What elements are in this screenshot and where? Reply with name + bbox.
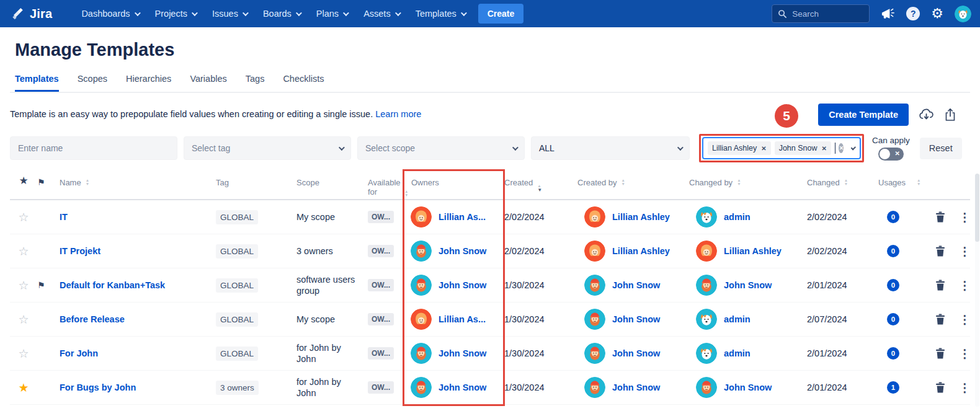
template-name-link[interactable]: IT <box>60 212 68 222</box>
nav-item-issues[interactable]: Issues <box>204 0 255 27</box>
user-name-link[interactable]: Lillian As... <box>439 212 486 222</box>
user-name-link[interactable]: admin <box>724 348 751 358</box>
global-create-button[interactable]: Create <box>478 4 524 24</box>
template-name-link[interactable]: IT Projekt <box>60 246 100 256</box>
learn-more-link[interactable]: Learn more <box>375 109 421 119</box>
more-actions-button[interactable]: ⋮ <box>959 348 971 360</box>
sort-icon[interactable]: ▲▼ <box>86 179 89 185</box>
delete-button[interactable] <box>935 211 945 223</box>
user-name-link[interactable]: John Snow <box>439 382 486 392</box>
tab-variables[interactable]: Variables <box>190 74 226 92</box>
user-name-link[interactable]: John Snow <box>612 280 660 290</box>
name-filter[interactable] <box>10 136 177 160</box>
changed-by-user[interactable]: admin <box>689 343 807 364</box>
changed-by-user[interactable]: admin <box>689 309 807 330</box>
available-for-chip[interactable]: OW... <box>368 381 394 394</box>
flag-header-icon[interactable]: ⚑ <box>37 178 60 187</box>
tab-checklists[interactable]: Checklists <box>283 74 324 92</box>
template-name-link[interactable]: For John <box>60 348 98 358</box>
available-for-chip[interactable]: OW... <box>368 279 394 291</box>
help-icon[interactable]: ? <box>906 7 920 20</box>
star-icon[interactable]: ☆ <box>18 313 29 326</box>
star-icon[interactable]: ☆ <box>18 347 29 360</box>
owner-user[interactable]: John Snow <box>404 241 504 262</box>
name-filter-input[interactable] <box>18 143 169 153</box>
scope-filter-select[interactable]: Select scope <box>357 136 525 160</box>
nav-item-assets[interactable]: Assets <box>355 0 408 27</box>
more-actions-button[interactable]: ⋮ <box>959 245 971 257</box>
delete-button[interactable] <box>935 245 945 257</box>
tab-scopes[interactable]: Scopes <box>78 74 107 92</box>
nav-item-dashboards[interactable]: Dashboards <box>73 0 146 27</box>
star-icon[interactable]: ☆ <box>18 211 29 224</box>
user-name-link[interactable]: Lillian Ashley <box>612 212 670 222</box>
owner-user[interactable]: John Snow <box>404 343 504 364</box>
changed-by-user[interactable]: admin <box>689 206 807 228</box>
available-for-chip[interactable]: OW... <box>368 347 394 360</box>
created-by-user[interactable]: Lillian Ashley <box>577 241 689 262</box>
available-for-chip[interactable]: OW... <box>368 245 394 257</box>
user-name-link[interactable]: Lillian Ashley <box>612 246 670 256</box>
export-share-icon[interactable] <box>944 108 956 122</box>
owner-user[interactable]: John Snow <box>404 377 504 398</box>
user-name-link[interactable]: John Snow <box>439 246 486 256</box>
tab-templates[interactable]: Templates <box>15 74 59 92</box>
can-apply-toggle[interactable]: ✕ <box>878 148 904 161</box>
template-name-link[interactable]: Before Release <box>60 314 125 324</box>
changed-by-user[interactable]: John Snow <box>689 275 807 296</box>
clear-selection-icon[interactable]: ✕ <box>839 143 844 153</box>
sort-icon-desc[interactable]: ▲▼ <box>537 179 542 192</box>
created-by-user[interactable]: John Snow <box>577 275 689 296</box>
star-icon[interactable]: ☆ <box>18 279 29 292</box>
announcements-icon[interactable] <box>881 7 895 20</box>
owner-user[interactable]: John Snow <box>404 275 504 296</box>
changed-by-user[interactable]: John Snow <box>689 377 807 398</box>
user-name-link[interactable]: admin <box>724 314 751 324</box>
tab-tags[interactable]: Tags <box>246 74 265 92</box>
owner-filter-multiselect[interactable]: Lillian Ashley✕John Snow✕ ✕ <box>702 137 861 159</box>
scrollbar[interactable] <box>975 174 979 407</box>
scrollbar-thumb[interactable] <box>975 174 979 242</box>
sort-icon[interactable]: ▲▼ <box>404 190 408 197</box>
nav-item-templates[interactable]: Templates <box>408 0 473 27</box>
more-actions-button[interactable]: ⋮ <box>959 280 971 291</box>
remove-chip-icon[interactable]: ✕ <box>761 145 766 152</box>
available-for-chip[interactable]: OW... <box>368 313 394 325</box>
user-avatar[interactable] <box>955 6 971 22</box>
navbar-search-box[interactable] <box>772 4 870 23</box>
owner-user[interactable]: Lillian As... <box>404 309 504 330</box>
created-by-user[interactable]: John Snow <box>577 309 689 330</box>
more-actions-button[interactable]: ⋮ <box>959 382 971 394</box>
owner-chip[interactable]: John Snow✕ <box>775 141 831 155</box>
template-name-link[interactable]: Default for Kanban+Task <box>60 280 165 290</box>
user-name-link[interactable]: admin <box>724 212 751 222</box>
remove-chip-icon[interactable]: ✕ <box>822 145 827 152</box>
nav-item-boards[interactable]: Boards <box>255 0 308 27</box>
owner-chip[interactable]: Lillian Ashley✕ <box>708 141 771 155</box>
delete-button[interactable] <box>935 382 945 393</box>
available-for-chip[interactable]: OW... <box>368 211 394 223</box>
more-actions-button[interactable]: ⋮ <box>959 211 971 223</box>
tab-hierarchies[interactable]: Hierarchies <box>126 74 171 92</box>
delete-button[interactable] <box>935 280 945 291</box>
user-name-link[interactable]: John Snow <box>439 348 486 358</box>
user-name-link[interactable]: John Snow <box>612 314 660 324</box>
import-download-icon[interactable] <box>919 108 934 122</box>
gear-icon[interactable]: ⚙ <box>931 7 943 20</box>
user-name-link[interactable]: Lillian As... <box>439 314 486 324</box>
delete-button[interactable] <box>935 348 945 359</box>
more-actions-button[interactable]: ⋮ <box>959 314 971 325</box>
user-name-link[interactable]: Lillian Ashley <box>724 246 782 256</box>
nav-item-projects[interactable]: Projects <box>147 0 204 27</box>
star-icon[interactable]: ☆ <box>18 245 29 258</box>
user-name-link[interactable]: John Snow <box>724 382 772 392</box>
sort-icon[interactable]: ▲▼ <box>737 179 741 185</box>
sort-icon[interactable]: ▲▼ <box>844 179 848 185</box>
created-by-user[interactable]: John Snow <box>577 343 689 364</box>
nav-item-plans[interactable]: Plans <box>308 0 355 27</box>
sort-icon[interactable]: ▲▼ <box>621 179 625 185</box>
chevron-down-icon[interactable] <box>851 145 856 150</box>
jira-logo[interactable]: Jira <box>11 7 52 21</box>
owner-user[interactable]: Lillian As... <box>404 206 504 228</box>
tag-filter-select[interactable]: Select tag <box>184 136 351 160</box>
